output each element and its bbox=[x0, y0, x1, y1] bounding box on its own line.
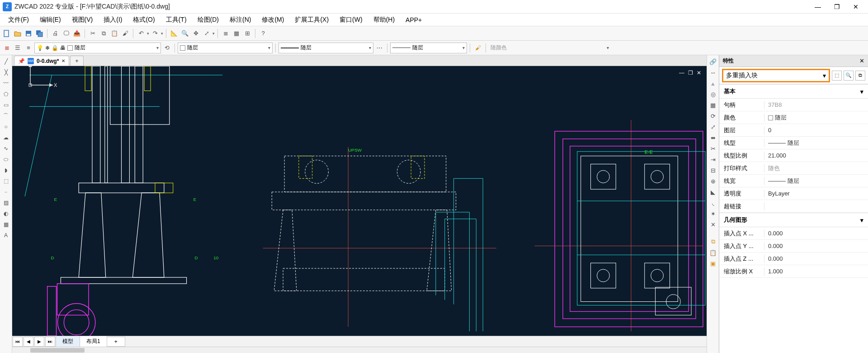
spline-icon[interactable]: ∿ bbox=[1, 144, 11, 153]
prop-row[interactable]: 颜色随层 bbox=[719, 111, 868, 124]
drawing-canvas[interactable]: — ❐ ✕ bbox=[12, 66, 707, 336]
properties-list[interactable]: 基本▾句柄37B8颜色随层图层0线型——— 随层线型比例21.000打印样式随色… bbox=[719, 84, 868, 353]
mirror-icon[interactable]: ⟁ bbox=[708, 79, 718, 88]
prop-value[interactable]: 0 bbox=[764, 127, 868, 134]
close-button[interactable]: ✕ bbox=[846, 0, 865, 14]
prop-value[interactable]: 随色 bbox=[764, 164, 868, 172]
table-draw-icon[interactable]: ▦ bbox=[1, 220, 11, 229]
tab-nav-prev[interactable]: ◀ bbox=[24, 337, 33, 347]
minimize-button[interactable]: — bbox=[808, 0, 827, 14]
menu-file[interactable]: 文件(F) bbox=[3, 14, 34, 26]
prop-value[interactable]: 21.000 bbox=[764, 152, 868, 159]
explode-icon[interactable]: ✶ bbox=[708, 209, 718, 218]
tab-nav-next[interactable]: ▶ bbox=[34, 337, 44, 347]
menu-insert[interactable]: 插入(I) bbox=[98, 14, 127, 26]
menu-modify[interactable]: 修改(M) bbox=[256, 14, 289, 26]
print-icon[interactable]: 🖨 bbox=[50, 29, 60, 38]
zoom-window-icon[interactable]: 🔍 bbox=[180, 29, 190, 38]
join-icon[interactable]: ⊕ bbox=[708, 176, 718, 186]
paintbrush-icon[interactable]: 🖌 bbox=[473, 43, 483, 53]
pin-icon[interactable]: 📌 bbox=[18, 58, 25, 64]
menu-dimension[interactable]: 标注(N) bbox=[224, 14, 256, 26]
help-icon[interactable]: ? bbox=[258, 29, 268, 38]
prop-value[interactable]: 1.000 bbox=[764, 268, 868, 275]
object-type-dropdown[interactable]: 多重插入块 ▾ bbox=[722, 69, 830, 82]
mtext-icon[interactable]: A bbox=[1, 231, 11, 240]
tab-model[interactable]: 模型 bbox=[56, 336, 80, 347]
properties-close-icon[interactable]: ✕ bbox=[859, 57, 864, 64]
hatch-icon[interactable]: ▨ bbox=[1, 198, 11, 207]
link-icon[interactable]: 🔗 bbox=[708, 57, 718, 66]
layer-dropdown[interactable]: 💡❄🔒🖶 随层 ▾ bbox=[34, 43, 161, 53]
line-icon[interactable]: ╱ bbox=[1, 57, 11, 66]
layer-filter-icon[interactable]: ≡ bbox=[24, 43, 33, 53]
prop-row[interactable]: 图层0 bbox=[719, 124, 868, 137]
block-modify-icon[interactable]: ▣ bbox=[708, 259, 718, 268]
block-insert-icon[interactable]: ⬚ bbox=[1, 176, 11, 186]
polygon-icon[interactable]: ⬠ bbox=[1, 90, 11, 99]
prop-row[interactable]: 插入点 X ...0.000 bbox=[719, 227, 868, 240]
prop-section-title[interactable]: 几何图形▾ bbox=[719, 213, 868, 227]
prop-row[interactable]: 线型——— 随层 bbox=[719, 137, 868, 149]
open-icon[interactable] bbox=[13, 29, 23, 38]
file-tab-close-icon[interactable]: ✕ bbox=[61, 58, 65, 63]
color-dropdown[interactable]: 随层 ▾ bbox=[178, 43, 273, 53]
grid-icon[interactable]: ⊞ bbox=[242, 29, 252, 38]
prop-value[interactable]: 0.000 bbox=[764, 230, 868, 237]
fillet-icon[interactable]: ◟ bbox=[708, 198, 718, 207]
horizontal-scrollbar[interactable] bbox=[12, 347, 707, 353]
linetype-dropdown[interactable]: 随层 ▾ bbox=[278, 43, 373, 53]
prop-row[interactable]: 透明度ByLayer bbox=[719, 187, 868, 200]
polyline-icon[interactable]: 〰 bbox=[1, 79, 11, 88]
table-icon[interactable]: ▦ bbox=[231, 29, 241, 38]
prop-value[interactable]: 随层 bbox=[764, 114, 868, 122]
prop-value[interactable]: 0.000 bbox=[764, 243, 868, 249]
linetype-manager-icon[interactable]: ⋯ bbox=[374, 43, 384, 53]
plotstyle-dropdown[interactable]: 随颜色 ▾ bbox=[489, 43, 611, 53]
pan-icon[interactable]: ✥ bbox=[191, 29, 201, 38]
prop-value[interactable]: 37B8 bbox=[764, 101, 868, 108]
layer-states-icon[interactable]: ☰ bbox=[13, 43, 23, 53]
scale-icon[interactable]: ⤢ bbox=[708, 122, 718, 131]
new-icon[interactable] bbox=[2, 29, 12, 38]
menu-view[interactable]: 视图(V) bbox=[66, 14, 99, 26]
menu-appplus[interactable]: APP+ bbox=[400, 14, 427, 25]
copy-icon[interactable]: ⧉ bbox=[99, 29, 108, 38]
ellipse-arc-icon[interactable]: ◗ bbox=[1, 166, 11, 175]
array-icon[interactable]: ▦ bbox=[708, 100, 718, 110]
prop-row[interactable]: 缩放比例 X1.000 bbox=[719, 265, 868, 278]
cut-icon[interactable]: ✂ bbox=[88, 29, 98, 38]
offset-icon[interactable]: ◎ bbox=[708, 90, 718, 99]
copy-modify-icon[interactable]: ⧉ bbox=[708, 237, 718, 246]
tab-layout1[interactable]: 布局1 bbox=[80, 336, 107, 347]
prop-section-title[interactable]: 基本▾ bbox=[719, 84, 868, 99]
layer-manager-icon[interactable]: ≣ bbox=[2, 43, 12, 53]
redo-icon[interactable]: ↷ bbox=[150, 29, 160, 38]
menu-draw[interactable]: 绘图(D) bbox=[192, 14, 224, 26]
prop-row[interactable]: 超链接 bbox=[719, 200, 868, 213]
erase-icon[interactable]: ✕ bbox=[708, 220, 718, 229]
move-icon[interactable]: ↔ bbox=[708, 68, 718, 77]
revcloud-icon[interactable]: ☁ bbox=[1, 133, 11, 142]
ellipse-icon[interactable]: ⬭ bbox=[1, 155, 11, 164]
circle-icon[interactable]: ○ bbox=[1, 122, 11, 131]
lineweight-dropdown[interactable]: 随层 ▾ bbox=[390, 43, 467, 53]
menu-format[interactable]: 格式(O) bbox=[127, 14, 160, 26]
tab-add-layout[interactable]: + bbox=[107, 337, 125, 347]
publish-icon[interactable]: 📤 bbox=[72, 29, 82, 38]
format-painter-icon[interactable]: 🖌 bbox=[120, 29, 130, 38]
break-icon[interactable]: ⊟ bbox=[708, 166, 718, 175]
undo-icon[interactable]: ↶ bbox=[136, 29, 146, 38]
saveall-icon[interactable] bbox=[34, 29, 44, 38]
point-icon[interactable]: ∙∙ bbox=[1, 187, 11, 196]
menu-help[interactable]: 帮助(H) bbox=[368, 14, 400, 26]
tab-nav-first[interactable]: ⏮ bbox=[13, 337, 23, 347]
select-objects-icon[interactable]: 🔍 bbox=[844, 71, 854, 81]
measure-icon[interactable]: 📐 bbox=[169, 29, 179, 38]
save-icon[interactable] bbox=[24, 29, 33, 38]
menu-window[interactable]: 窗口(W) bbox=[334, 14, 368, 26]
prop-row[interactable]: 插入点 Y ...0.000 bbox=[719, 240, 868, 253]
prop-row[interactable]: 插入点 Z ...0.000 bbox=[719, 253, 868, 265]
construction-line-icon[interactable]: ╳ bbox=[1, 68, 11, 77]
file-tab-new[interactable]: ＋ bbox=[70, 56, 84, 66]
